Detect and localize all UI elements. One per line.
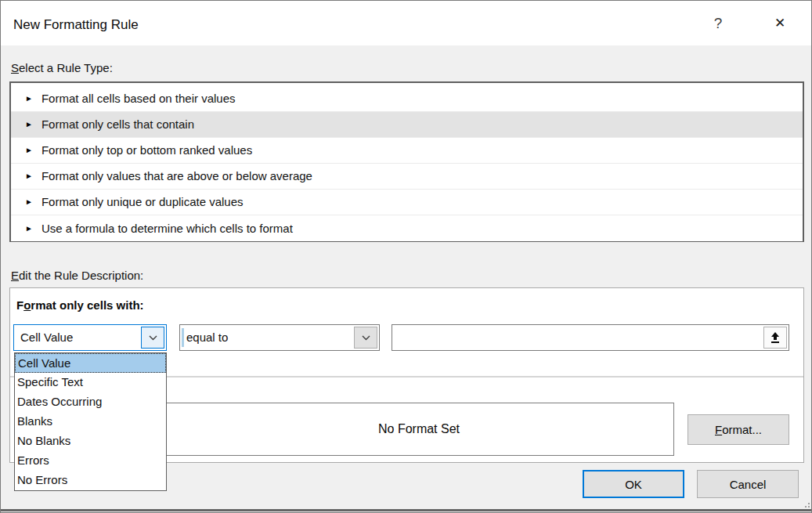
chevron-down-icon [149,335,157,341]
rule-type-label: Format all cells based on their values [42,86,236,111]
cancel-button-label: Cancel [730,478,767,491]
rule-type-label: Format only unique or duplicate values [42,190,244,215]
rule-type-label: Format only top or bottom ranked values [42,138,252,163]
rule-type-item[interactable]: ►Format all cells based on their values [11,86,803,112]
help-icon[interactable]: ? [700,1,736,45]
collapse-dialog-button[interactable] [763,327,787,349]
rule-pointer-icon: ► [25,138,33,163]
format-only-cells-with-label: Format only cells with: [16,298,144,312]
rule-pointer-icon: ► [25,216,33,241]
condition-type-dropdown[interactable]: Cell Value [13,324,167,351]
condition-type-value: Cell Value [20,325,73,350]
dropdown-option-selected[interactable]: Cell Value [15,353,166,373]
preview-text: No Format Set [378,422,460,436]
new-formatting-rule-dialog: New Formatting Rule ? ✕ Select a Rule Ty… [0,0,812,513]
text-caret [182,328,184,347]
rule-pointer-icon: ► [25,112,33,137]
title-bar: New Formatting Rule ? ✕ [1,1,811,45]
dropdown-option[interactable]: Errors [15,451,166,471]
ok-button-label: OK [625,478,642,491]
dropdown-option[interactable]: Dates Occurring [15,392,166,412]
chevron-down-icon [362,335,370,341]
operator-dropdown[interactable]: equal to [179,324,380,351]
dialog-title: New Formatting Rule [13,17,139,33]
condition-dropdown-button[interactable] [141,327,164,349]
format-button-label: Format... [715,423,762,436]
rule-type-item[interactable]: ►Use a formula to determine which cells … [11,215,803,241]
operator-dropdown-button[interactable] [354,327,377,349]
ok-button[interactable]: OK [583,470,684,498]
dropdown-option[interactable]: No Errors [15,471,166,490]
rule-type-item[interactable]: ►Format only values that are above or be… [11,164,803,190]
resize-grip[interactable] [802,503,803,504]
rule-pointer-icon: ► [25,86,33,111]
close-icon[interactable]: ✕ [762,1,798,45]
dropdown-option[interactable]: Blanks [15,412,166,432]
cancel-button[interactable]: Cancel [697,470,799,498]
rule-pointer-icon: ► [25,190,33,215]
rule-type-label: Format only values that are above or bel… [42,164,312,189]
rule-type-item-selected[interactable]: ►Format only cells that contain [11,112,803,138]
format-button[interactable]: Format... [687,414,789,445]
rule-pointer-icon: ► [25,164,33,189]
select-rule-type-label: Select a Rule Type: [11,61,113,74]
condition-type-options-list: Cell Value Specific Text Dates Occurring… [14,352,167,491]
dialog-bottom-edge [1,509,811,511]
edit-rule-description-label: Edit the Rule Description: [11,269,143,282]
value-input[interactable] [392,324,789,351]
dropdown-option[interactable]: No Blanks [15,432,166,451]
rule-type-label: Format only cells that contain [42,112,194,137]
rule-type-item[interactable]: ►Format only top or bottom ranked values [11,138,803,164]
operator-value: equal to [186,325,228,350]
range-select-up-arrow-icon [770,332,781,344]
rule-type-list: ►Format all cells based on their values … [9,81,804,242]
dropdown-option[interactable]: Specific Text [15,373,166,392]
rule-type-item[interactable]: ►Format only unique or duplicate values [11,190,803,215]
rule-type-label: Use a formula to determine which cells t… [42,216,293,241]
format-preview-box: No Format Set [164,403,674,456]
